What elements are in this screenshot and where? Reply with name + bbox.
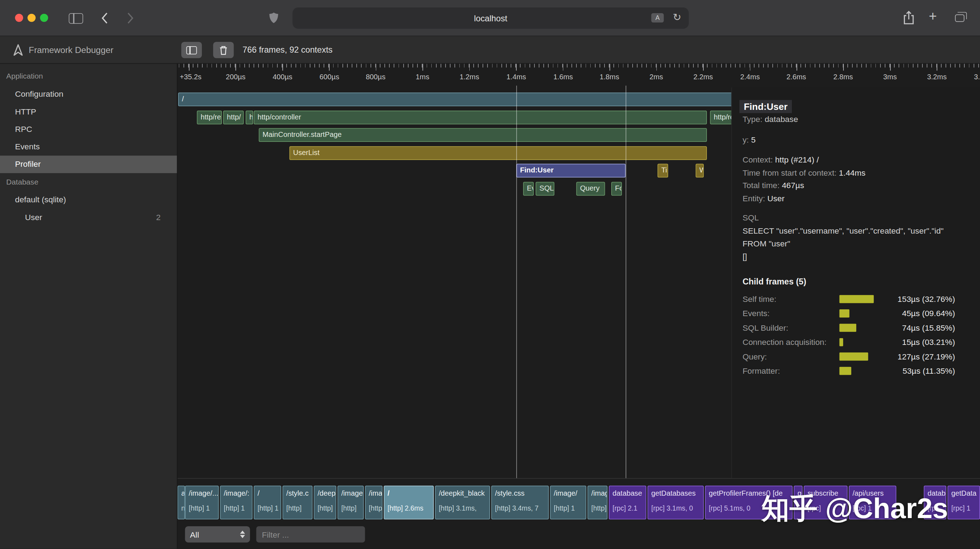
- safari-window: localhost A ↻ + Framework Debugger 766 f…: [0, 0, 980, 549]
- ruler-label: +35.2s: [180, 73, 201, 81]
- flame-frame-userlist[interactable]: UserList: [290, 146, 707, 160]
- frame-type-select[interactable]: All: [185, 526, 250, 543]
- ruler-label: 3ms: [883, 73, 897, 81]
- stat-bar: [840, 323, 856, 332]
- app-sidebar: Application Configuration HTTP RPC Event…: [0, 64, 177, 549]
- frame-box[interactable]: /image[http]: [337, 486, 364, 519]
- stat-row-self-time: Self time: 153µs (32.76%): [743, 292, 980, 306]
- sidebar-item-default-sqlite[interactable]: default (sqlite): [0, 191, 177, 209]
- sidebar-item-http[interactable]: HTTP: [0, 103, 177, 121]
- forward-button[interactable]: [123, 11, 138, 25]
- minimize-window-button[interactable]: [27, 14, 35, 22]
- toggle-panel-button[interactable]: [181, 42, 202, 58]
- frame-box[interactable]: /style.css[http] 3.4ms, 7: [492, 486, 549, 519]
- frame-box[interactable]: /imag[http]: [587, 486, 607, 519]
- flame-frame-find-user-selected[interactable]: Find:User: [516, 164, 626, 178]
- ruler-label: 200µs: [226, 73, 246, 81]
- reload-icon[interactable]: ↻: [673, 11, 681, 23]
- zoom-window-button[interactable]: [40, 14, 48, 22]
- flame-frame[interactable]: http/: [223, 111, 243, 124]
- select-arrows-icon: [240, 530, 245, 538]
- flame-frame-controller[interactable]: http/controller: [254, 111, 707, 124]
- frame-box[interactable]: /deep[http]: [313, 486, 336, 519]
- flame-frame[interactable]: W: [695, 164, 704, 178]
- flame-frame-startpage[interactable]: MainController.startPage: [259, 128, 707, 142]
- frame-box[interactable]: acns: [177, 486, 185, 519]
- stat-bar: [840, 295, 874, 303]
- profiler-main: +35.2s 200µs 400µs 600µs 800µs 1ms 1.2ms…: [177, 64, 980, 549]
- flame-frame[interactable]: Ev: [523, 182, 534, 196]
- app-content: Application Configuration HTTP RPC Event…: [0, 64, 980, 549]
- stat-bar: [840, 309, 850, 318]
- stat-row-query: Query: 127µs (27.19%): [743, 350, 980, 364]
- translate-icon[interactable]: A: [651, 13, 664, 22]
- back-button[interactable]: [97, 11, 112, 25]
- flame-frame[interactable]: ht: [246, 111, 253, 124]
- frame-box[interactable]: /style.c[http]: [282, 486, 312, 519]
- stat-label: Self time:: [743, 294, 839, 304]
- ruler-label: 600µs: [320, 73, 340, 81]
- flame-frame[interactable]: SQL (: [536, 182, 554, 196]
- flame-frame[interactable]: http/re: [197, 111, 222, 124]
- ruler-label: 400µs: [273, 73, 293, 81]
- flame-graph[interactable]: / http/re http/ ht http/controller http/…: [177, 86, 980, 478]
- flame-frame[interactable]: Query: [576, 182, 605, 196]
- flame-frame[interactable]: Fo: [611, 182, 622, 196]
- entity-count-badge: 2: [156, 209, 161, 226]
- stat-value: 153µs (32.76%): [874, 294, 980, 304]
- detail-label: Time from start of context:: [743, 168, 837, 177]
- frame-box-selected[interactable]: /[http] 2.6ms: [384, 486, 434, 519]
- deepkit-logo-icon: [11, 43, 25, 59]
- select-value: All: [190, 530, 199, 539]
- detail-value: 1.44ms: [839, 168, 865, 177]
- frame-box[interactable]: /image/:[http] 1: [220, 486, 253, 519]
- sidebar-section-database: Database: [0, 173, 177, 191]
- detail-value: 5: [751, 135, 756, 144]
- type-value: database: [765, 115, 798, 124]
- type-label: Type:: [743, 115, 762, 124]
- clear-frames-button[interactable]: [213, 42, 234, 58]
- frame-box[interactable]: /image/[http] 1: [550, 486, 586, 519]
- ruler-label: 1ms: [416, 73, 429, 81]
- address-bar[interactable]: localhost A ↻: [293, 8, 689, 29]
- share-icon[interactable]: [902, 10, 915, 28]
- ruler-label: 3.4ms: [974, 73, 980, 81]
- ruler-label: 2.8ms: [834, 73, 853, 81]
- stat-value: 15µs (03.21%): [843, 337, 980, 347]
- entity-label: User: [25, 209, 42, 226]
- frame-box[interactable]: /ima[http]: [365, 486, 382, 519]
- frame-box[interactable]: /deepkit_black[http] 3.1ms,: [435, 486, 490, 519]
- flame-frame[interactable]: Ti: [657, 164, 668, 178]
- frame-details-panel: Find:User Type: database y: 5 Context: h…: [732, 88, 980, 478]
- sidebar-item-events[interactable]: Events: [0, 138, 177, 155]
- detail-value: User: [767, 193, 784, 203]
- sidebar-item-rpc[interactable]: RPC: [0, 121, 177, 138]
- stat-value: 127µs (27.19%): [868, 352, 980, 361]
- app-title: Framework Debugger: [29, 36, 113, 64]
- browser-toolbar: localhost A ↻ +: [0, 0, 980, 36]
- detail-label: Entity:: [743, 193, 765, 203]
- stat-row-events: Events: 45µs (09.64%): [743, 306, 980, 320]
- sidebar-item-configuration[interactable]: Configuration: [0, 86, 177, 103]
- ruler-label: 1.8ms: [600, 73, 619, 81]
- ruler-label: 3.2ms: [927, 73, 947, 81]
- timeline-ruler[interactable]: +35.2s 200µs 400µs 600µs 800µs 1ms 1.2ms…: [177, 64, 980, 86]
- sidebar-item-user[interactable]: User 2: [0, 209, 177, 226]
- stat-label: Formatter:: [743, 366, 839, 376]
- stat-row-connection: Connection acquisition: 15µs (03.21%): [743, 335, 980, 349]
- tab-overview-icon[interactable]: [955, 14, 964, 22]
- stat-row-sql-builder: SQL Builder: 74µs (15.85%): [743, 321, 980, 335]
- stat-label: Connection acquisition:: [743, 337, 839, 347]
- frame-box[interactable]: /image/...[http] 1: [185, 486, 219, 519]
- frame-box[interactable]: /[http] 1: [254, 486, 281, 519]
- stat-bar: [840, 367, 851, 375]
- filter-input[interactable]: [256, 526, 365, 543]
- sidebar-item-profiler[interactable]: Profiler: [0, 156, 177, 173]
- frame-box[interactable]: getDatabases[rpc] 3.1ms, 0: [648, 486, 704, 519]
- frame-box[interactable]: getData[rpc] 1: [948, 486, 980, 519]
- browser-sidebar-toggle-icon[interactable]: [68, 13, 83, 24]
- ruler-label: 800µs: [366, 73, 386, 81]
- close-window-button[interactable]: [15, 14, 23, 22]
- new-tab-button[interactable]: +: [929, 8, 937, 24]
- frame-box[interactable]: database[rpc] 2.1: [609, 486, 646, 519]
